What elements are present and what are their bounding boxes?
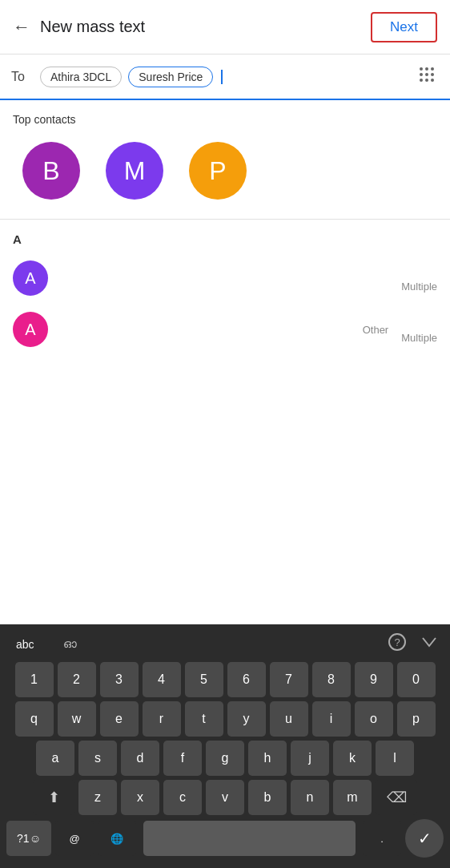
keyboard: abc ഓ ? 1 2 3 4 5 6 7 8 9 0 [0, 624, 450, 868]
contact-row-info-a2: Other [61, 324, 388, 336]
svg-text:?: ? [394, 636, 400, 648]
top-contact-1[interactable]: M [106, 142, 163, 200]
to-label: To [11, 70, 34, 84]
kb-key-k[interactable]: k [333, 741, 372, 776]
contact-sub-a1: Multiple [401, 281, 437, 293]
svg-point-5 [431, 73, 434, 76]
kb-key-m[interactable]: m [333, 780, 372, 815]
kb-help-button[interactable]: ? [388, 632, 407, 656]
svg-point-4 [425, 73, 428, 76]
kb-key-1[interactable]: 1 [15, 662, 54, 697]
kb-key-q[interactable]: q [15, 701, 54, 737]
kb-key-i[interactable]: i [312, 701, 351, 737]
text-cursor [221, 70, 223, 84]
kb-key-d[interactable]: d [121, 741, 159, 776]
kb-key-e[interactable]: e [100, 701, 139, 737]
kb-row-asdf: a s d f g h j k l [3, 741, 447, 776]
top-contacts-label: Top contacts [0, 100, 450, 132]
chip-0-text: Athira 3DCL [50, 71, 111, 83]
chip-1-text: Suresh Price [139, 71, 203, 83]
kb-key-f[interactable]: f [163, 741, 202, 776]
kb-key-w[interactable]: w [58, 701, 96, 737]
svg-point-0 [420, 67, 423, 71]
kb-key-0[interactable]: 0 [397, 662, 436, 697]
top-contacts-row: B M P [0, 132, 450, 219]
chips-area: Athira 3DCL Suresh Price [40, 67, 408, 87]
kb-key-u[interactable]: u [270, 701, 308, 737]
kb-key-c[interactable]: c [163, 780, 202, 815]
top-contacts-section: Top contacts B M P [0, 100, 450, 219]
svg-point-3 [420, 73, 423, 76]
contact-row-a1[interactable]: A Multiple [0, 252, 450, 304]
contact-row-a2[interactable]: A Other Multiple [0, 304, 450, 355]
kb-key-8[interactable]: 8 [312, 662, 351, 697]
kb-key-j[interactable]: j [291, 741, 329, 776]
contact-avatar-a2: A [13, 312, 48, 347]
kb-shift-key[interactable]: ⬆ [33, 780, 74, 815]
kb-delete-key[interactable]: ⌫ [376, 780, 417, 815]
kb-mode-lang[interactable]: ഓ [58, 634, 82, 654]
kb-key-2[interactable]: 2 [58, 662, 96, 697]
kb-row-zxcv: ⬆ z x c v b n m ⌫ [3, 780, 447, 815]
kb-key-v[interactable]: v [206, 780, 244, 815]
kb-key-3[interactable]: 3 [100, 662, 139, 697]
kb-dot-button[interactable]: . [363, 821, 401, 856]
contact-other-a2: Other [61, 324, 388, 336]
kb-space-key[interactable] [143, 821, 356, 856]
kb-key-z[interactable]: z [78, 780, 117, 815]
to-row: To Athira 3DCL Suresh Price [0, 55, 450, 100]
kb-key-t[interactable]: t [185, 701, 223, 737]
kb-key-a[interactable]: a [36, 741, 74, 776]
svg-point-6 [420, 79, 423, 82]
kb-key-n[interactable]: n [291, 780, 329, 815]
svg-point-2 [431, 67, 434, 71]
chip-1[interactable]: Suresh Price [128, 67, 213, 87]
kb-key-h[interactable]: h [248, 741, 287, 776]
kb-key-p[interactable]: p [397, 701, 436, 737]
kb-enter-key[interactable]: ✓ [405, 819, 444, 858]
back-button[interactable]: ← [13, 17, 30, 38]
svg-point-8 [431, 79, 434, 82]
next-button[interactable]: Next [371, 12, 437, 42]
svg-point-1 [425, 67, 428, 71]
kb-collapse-button[interactable] [420, 632, 439, 656]
chip-0[interactable]: Athira 3DCL [40, 67, 122, 87]
top-contact-0[interactable]: B [22, 142, 80, 200]
kb-key-y[interactable]: y [227, 701, 266, 737]
kb-row-qwerty: q w e r t y u i o p [3, 701, 447, 737]
kb-key-5[interactable]: 5 [185, 662, 223, 697]
section-a-letter: A [0, 220, 450, 252]
svg-point-7 [425, 79, 428, 82]
kb-key-6[interactable]: 6 [227, 662, 266, 697]
contact-multiple-a2: Multiple [401, 332, 437, 344]
kb-number-row: 1 2 3 4 5 6 7 8 9 0 [3, 662, 447, 697]
kb-key-g[interactable]: g [206, 741, 244, 776]
contact-avatar-a1: A [13, 260, 48, 296]
kb-mode-abc[interactable]: abc [11, 634, 39, 654]
kb-key-o[interactable]: o [355, 701, 393, 737]
header-left: ← New mass text [13, 17, 145, 38]
kb-globe-button[interactable]: 🌐 [98, 821, 136, 856]
kb-key-l[interactable]: l [376, 741, 414, 776]
kb-bottom-row: ?1☺ @ 🌐 . ✓ [3, 819, 447, 858]
header: ← New mass text Next [0, 0, 450, 55]
kb-top-right: ? [388, 632, 439, 656]
kb-key-s[interactable]: s [78, 741, 117, 776]
kb-at-button[interactable]: @ [55, 821, 94, 856]
kb-key-b[interactable]: b [248, 780, 287, 815]
kb-key-x[interactable]: x [121, 780, 159, 815]
kb-key-4[interactable]: 4 [143, 662, 181, 697]
page-title: New mass text [40, 18, 145, 36]
kb-key-7[interactable]: 7 [270, 662, 308, 697]
kb-modes: abc ഓ [11, 634, 388, 654]
keyboard-top-bar: abc ഓ ? [3, 629, 447, 662]
grid-dots-button[interactable] [415, 63, 439, 91]
kb-key-9[interactable]: 9 [355, 662, 393, 697]
kb-key-r[interactable]: r [143, 701, 181, 737]
kb-sym-button[interactable]: ?1☺ [6, 821, 51, 856]
top-contact-2[interactable]: P [189, 142, 247, 200]
